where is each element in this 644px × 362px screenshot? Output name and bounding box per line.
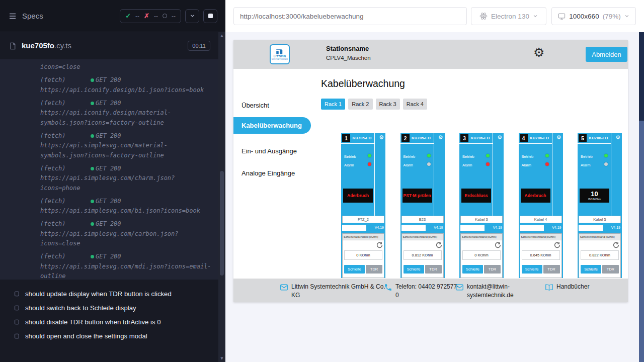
rack-tab[interactable]: Rack 3: [376, 99, 400, 110]
cable-name-field[interactable]: Kabel 4: [520, 216, 562, 223]
rack-tab[interactable]: Rack 4: [403, 99, 427, 110]
rack-tab-label: Rack 2: [352, 101, 369, 107]
rack-tab[interactable]: Rack 2: [348, 99, 372, 110]
card-settings-gear-icon[interactable]: ⚙: [438, 135, 443, 140]
version-box: [342, 225, 366, 231]
tdr-button[interactable]: TDR: [602, 265, 619, 274]
scrollbar-up-arrow[interactable]: ▲: [218, 32, 225, 39]
measure-buttons: Schleife TDR: [462, 265, 501, 274]
log-entry[interactable]: (fetch)GET 200 https://api.iconify.desig…: [40, 99, 218, 128]
browser-select[interactable]: Electron 130: [471, 7, 546, 25]
sidebar-item[interactable]: Kabelüberwachung: [233, 117, 311, 134]
alarm-led: [368, 162, 371, 166]
card-model-label: KÜ706-FO: [528, 136, 551, 140]
test-icon: [14, 305, 20, 311]
log-url: https://api.simplesvg.com/charm.json?ico…: [40, 173, 218, 193]
card-model-label: KÜ705-FO: [350, 136, 374, 140]
tdr-button[interactable]: TDR: [543, 265, 560, 274]
sidebar-item[interactable]: Ein- und Ausgänge: [233, 144, 311, 159]
book-icon: [545, 283, 553, 292]
chevron-down-icon: [533, 14, 538, 19]
log-entry[interactable]: icons=close: [40, 62, 218, 72]
command-log: icons=close (fetch)GET 200 https://api.i…: [0, 59, 218, 280]
schleife-button[interactable]: Schleife: [581, 265, 601, 274]
sidebar-item[interactable]: Analoge Eingänge: [233, 166, 311, 181]
cable-name-field[interactable]: B23: [401, 216, 444, 223]
schleife-button[interactable]: Schleife: [344, 265, 365, 274]
measurement-panel: Schleifenwiderstand [kOhm] 0.645 KOhm Sc…: [520, 233, 562, 278]
footer-contact-item[interactable]: Littwin Systemtechnik GmbH & Co. KG: [280, 283, 394, 300]
card-status-display: Aderbruch: [343, 189, 373, 203]
tdr-button[interactable]: TDR: [425, 265, 442, 274]
card-settings-gear-icon[interactable]: ⚙: [615, 135, 620, 140]
scrollbar-thumb[interactable]: [220, 171, 224, 276]
cable-name-field[interactable]: Kabel 5: [579, 216, 621, 223]
schleife-button[interactable]: Schleife: [522, 265, 542, 274]
log-entry[interactable]: (fetch)GET 200 https://api.simplesvg.com…: [40, 164, 218, 194]
card-model-label: KÜ705-FO: [410, 136, 433, 140]
tdr-button[interactable]: TDR: [484, 265, 501, 274]
card-divider-horizontal: [341, 143, 375, 144]
card-status-main-value: 10: [591, 191, 598, 197]
rack-tab[interactable]: Rack 1: [321, 99, 345, 110]
failed-count: --: [154, 13, 158, 20]
collapse-chevron-button[interactable]: [185, 9, 199, 23]
test-item[interactable]: should switch back to Schleife display: [0, 301, 218, 315]
log-entry[interactable]: (fetch)GET 200 https://api.simplesvg.com…: [40, 131, 218, 161]
scrollbar-down-arrow[interactable]: ▼: [218, 355, 225, 362]
test-item[interactable]: should update display when TDR button is…: [0, 287, 218, 301]
card-settings-gear-icon[interactable]: ⚙: [497, 135, 502, 140]
log-entry[interactable]: (fetch)GET 200 https://api.iconify.desig…: [40, 75, 218, 95]
sidebar-item[interactable]: Übersicht: [233, 98, 311, 113]
alarm-label: Alarm: [404, 163, 414, 167]
log-entry[interactable]: (fetch)GET 200 https://api.simplesvg.com…: [40, 252, 218, 280]
measurement-label: Schleifenwiderstand [kOhm]: [520, 234, 561, 240]
refresh-icon[interactable]: [495, 242, 501, 248]
stop-run-button[interactable]: [203, 9, 217, 23]
runner-scrollbar: ▲ ▼: [218, 32, 225, 362]
specs-menu-icon[interactable]: [8, 12, 17, 21]
chevron-down-icon: [624, 14, 629, 19]
chevron-down-icon: [190, 13, 195, 19]
viewport-select[interactable]: 1000x660 (79%): [551, 7, 636, 25]
refresh-icon[interactable]: [376, 242, 383, 248]
success-dot-icon: [91, 134, 94, 138]
schleife-button[interactable]: Schleife: [404, 265, 424, 274]
window-scrollbar-thumb[interactable]: [639, 32, 644, 121]
measurement-value: 0 KOhm: [462, 250, 501, 260]
test-item[interactable]: should disable TDR button when tdrActive…: [0, 315, 218, 329]
spec-name[interactable]: kue705fo.cy.ts: [22, 41, 71, 50]
tdr-button[interactable]: TDR: [366, 265, 382, 274]
betrieb-led: [604, 154, 608, 157]
footer-contact-item[interactable]: Telefon: 04402 972577-0: [384, 283, 461, 300]
card-divider-horizontal: [578, 143, 611, 144]
cable-name-field[interactable]: FTZ_2: [342, 216, 384, 223]
footer-contact-item[interactable]: Handbücher: [545, 283, 589, 292]
test-item[interactable]: should open and close the settings modal: [0, 329, 218, 343]
log-status: GET 200: [91, 76, 121, 83]
refresh-icon[interactable]: [613, 242, 619, 248]
card-status-display: Erdschluss: [461, 189, 491, 203]
log-entry[interactable]: (fetch)GET 200 https://api.simplesvg.com…: [40, 219, 218, 249]
settings-gear-icon[interactable]: ⚙: [533, 46, 544, 59]
firmware-version: V4.19: [611, 226, 620, 229]
card-settings-gear-icon[interactable]: ⚙: [379, 135, 384, 140]
log-url: icons=close: [40, 62, 218, 72]
refresh-icon[interactable]: [554, 242, 560, 248]
logout-button[interactable]: Abmelden: [586, 47, 627, 62]
schleife-button[interactable]: Schleife: [462, 265, 483, 274]
betrieb-label: Betrieb: [462, 154, 474, 159]
screen: Specs ✓ -- ✗ -- -- kue705fo.cy.ts 00:11: [0, 0, 644, 362]
aut-toolbar: Electron 130 1000x660 (79%): [225, 0, 644, 32]
card-status-display: PST-M prüfen: [403, 189, 432, 203]
log-entry[interactable]: (fetch)GET 200 https://api.simplesvg.com…: [40, 197, 218, 216]
station-label: Stationsname: [326, 45, 369, 52]
cable-name-field[interactable]: Kabel 3: [460, 216, 503, 223]
window-scrollbar: [639, 32, 644, 362]
card-settings-gear-icon[interactable]: ⚙: [556, 135, 561, 140]
url-input[interactable]: [233, 7, 467, 25]
log-status: GET 200: [91, 220, 121, 227]
measure-buttons: Schleife TDR: [522, 265, 560, 274]
refresh-icon[interactable]: [436, 242, 442, 248]
footer-contact-item[interactable]: kontakt@littwin-systemtechnik.de: [455, 283, 519, 300]
